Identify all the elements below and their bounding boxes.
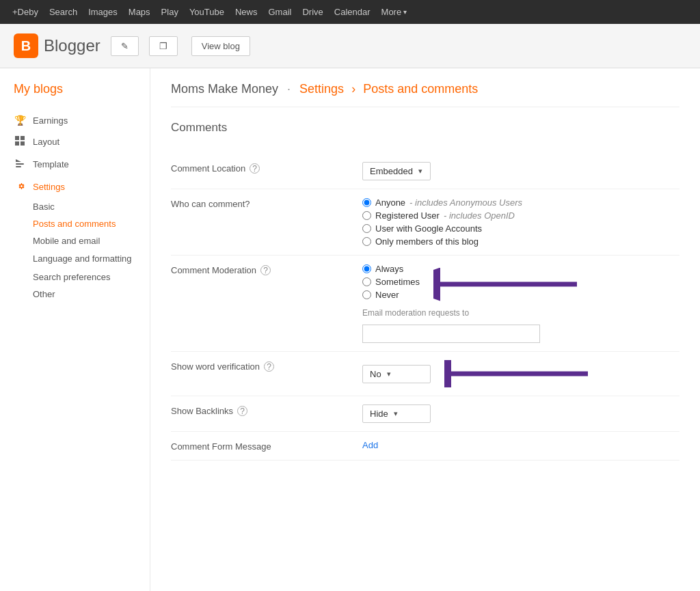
content-area: Moms Make Money · Settings › Posts and c… [150,68,700,591]
nav-maps[interactable]: Maps [123,7,156,17]
nav-plus-deby[interactable]: +Deby [7,7,44,17]
nav-drive[interactable]: Drive [297,7,328,17]
radio-members-only[interactable]: Only members of this blog [362,236,679,247]
sidebar-sub-other[interactable]: Other [0,286,150,303]
setting-label-who-can-comment: Who can comment? [171,197,362,209]
setting-control-comment-location: Embedded [362,162,679,180]
trophy-icon: 🏆 [14,115,26,126]
setting-row-comment-form-message: Comment Form Message Add [171,432,679,461]
my-blogs-title: My blogs [0,82,150,110]
radio-never-input[interactable] [362,290,371,299]
nav-news[interactable]: News [230,7,263,17]
sidebar-sub-posts-comments[interactable]: Posts and comments [0,215,150,232]
sidebar-earnings-label: Earnings [33,115,68,126]
breadcrumb-settings-link[interactable]: Settings [299,82,344,96]
sidebar-settings-label: Settings [33,182,65,192]
svg-rect-3 [21,141,25,146]
nav-gmail[interactable]: Gmail [263,7,297,17]
nav-calendar[interactable]: Calendar [329,7,376,17]
radio-sometimes[interactable]: Sometimes [362,277,420,287]
radio-google-accounts[interactable]: User with Google Accounts [362,223,679,234]
breadcrumb: Moms Make Money · Settings › Posts and c… [171,68,679,107]
setting-label-comment-location: Comment Location ? [171,162,362,174]
sidebar-template-label: Template [33,159,69,169]
svg-marker-6 [16,159,21,162]
breadcrumb-blog-name: Moms Make Money [171,82,278,96]
email-moderation-section: Email moderation requests to [362,308,679,343]
setting-label-word-verification: Show word verification ? [171,360,362,372]
setting-label-comment-form-message: Comment Form Message [171,440,362,452]
blogger-icon: B [14,33,38,58]
edit-pencil-button[interactable]: ✎ [111,36,139,56]
breadcrumb-arrow: › [351,82,359,96]
pencil-icon: ✎ [121,41,129,51]
sidebar-item-settings[interactable]: Settings [0,176,150,198]
setting-label-comment-moderation: Comment Moderation ? [171,264,362,275]
purple-arrow-word-verification [444,360,595,387]
help-icon-comment-moderation[interactable]: ? [260,265,271,275]
nav-play[interactable]: Play [156,7,184,17]
setting-label-backlinks: Show Backlinks ? [171,404,362,416]
setting-row-comment-location: Comment Location ? Embedded [171,154,679,189]
setting-control-comment-form-message: Add [362,440,679,450]
svg-rect-4 [16,163,24,165]
help-icon-comment-location[interactable]: ? [250,163,260,174]
nav-youtube[interactable]: YouTube [184,7,230,17]
radio-anyone[interactable]: Anyone - includes Anonymous Users [362,197,679,208]
svg-rect-0 [15,136,19,140]
radio-registered-user-input[interactable] [362,211,371,220]
setting-control-comment-moderation: Always Sometimes Never [362,264,679,343]
blogger-brand-name: Blogger [44,36,100,55]
template-icon [14,158,26,171]
nav-search[interactable]: Search [44,7,83,17]
breadcrumb-separator: · [287,82,294,96]
radio-always[interactable]: Always [362,264,420,274]
svg-rect-2 [15,141,19,146]
setting-row-word-verification: Show word verification ? No [171,352,679,396]
sidebar-item-layout[interactable]: Layout [0,130,150,153]
sidebar-sub-mobile-email[interactable]: Mobile and email [0,232,150,249]
copy-icon: ❐ [159,41,167,51]
backlinks-dropdown[interactable]: Hide [362,404,431,423]
setting-control-who-can-comment: Anyone - includes Anonymous Users Regist… [362,197,679,247]
help-icon-backlinks[interactable]: ? [237,406,247,416]
radio-always-input[interactable] [362,264,371,273]
setting-row-who-can-comment: Who can comment? Anyone - includes Anony… [171,189,679,256]
sidebar-sub-basic[interactable]: Basic [0,198,150,215]
main-area: My blogs 🏆 Earnings Layout Tem [0,68,700,591]
radio-google-accounts-input[interactable] [362,224,371,233]
radio-sometimes-input[interactable] [362,277,371,286]
section-title: Comments [171,121,679,140]
setting-row-backlinks: Show Backlinks ? Hide [171,396,679,432]
svg-rect-1 [21,136,25,140]
help-icon-word-verification[interactable]: ? [264,361,274,372]
sidebar-item-earnings[interactable]: 🏆 Earnings [0,110,150,130]
setting-control-backlinks: Hide [362,404,679,423]
radio-anyone-input[interactable] [362,198,371,207]
sidebar-item-template[interactable]: Template [0,153,150,176]
setting-control-word-verification: No [362,360,679,387]
sidebar-layout-label: Layout [33,137,59,147]
radio-registered-user[interactable]: Registered User - includes OpenID [362,210,679,221]
radio-never[interactable]: Never [362,290,420,300]
comment-location-dropdown[interactable]: Embedded [362,162,431,180]
google-nav-bar: +Deby Search Images Maps Play YouTube Ne… [0,0,700,24]
setting-row-comment-moderation: Comment Moderation ? Always Sometimes [171,256,679,352]
breadcrumb-current: Posts and comments [363,82,478,96]
sidebar-sub-language-formatting[interactable]: Language and formatting [0,249,150,269]
radio-members-only-input[interactable] [362,237,371,246]
purple-arrow-moderation [433,267,584,301]
add-comment-form-message-link[interactable]: Add [362,440,378,450]
nav-images[interactable]: Images [83,7,123,17]
sidebar-sub-search-preferences[interactable]: Search preferences [0,269,150,286]
svg-rect-5 [16,166,21,167]
copy-button[interactable]: ❐ [149,36,178,56]
comment-moderation-radio-group: Always Sometimes Never [362,264,420,300]
word-verification-dropdown[interactable]: No [362,365,431,383]
who-can-comment-radio-group: Anyone - includes Anonymous Users Regist… [362,197,679,247]
email-moderation-input[interactable] [362,325,540,343]
email-moderation-label: Email moderation requests to [362,308,679,318]
nav-more[interactable]: More [376,7,413,17]
view-blog-button[interactable]: View blog [191,36,250,56]
settings-wrench-icon [14,180,26,193]
